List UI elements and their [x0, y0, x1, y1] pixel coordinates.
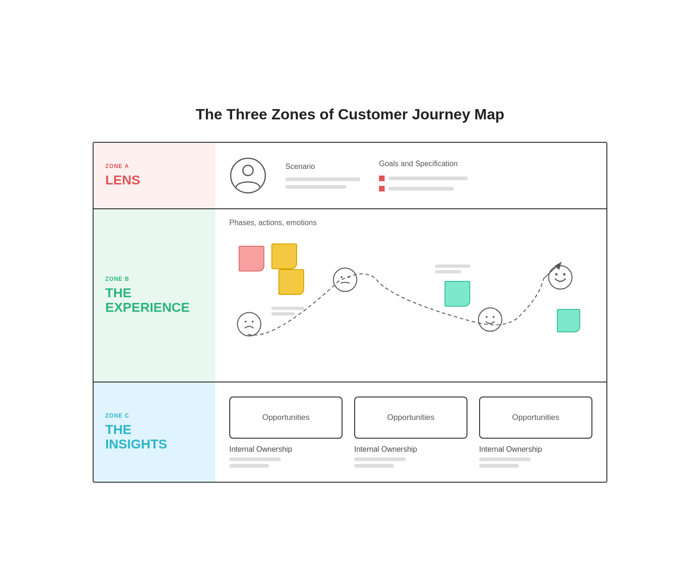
- zone-b-name: THEEXPERIENCE: [105, 286, 204, 315]
- svg-point-1: [243, 165, 253, 176]
- svg-point-3: [238, 312, 261, 336]
- own-lines-3: [479, 457, 592, 468]
- svg-point-10: [486, 316, 488, 318]
- under-line-2: [271, 312, 295, 316]
- face-smile-icon: [477, 307, 503, 332]
- own-line-1a: [229, 457, 281, 461]
- scenario-title: Scenario: [285, 162, 360, 171]
- zone-c-tag: ZONE C: [105, 412, 204, 419]
- zone-c-row: ZONE C THEINSIGHTS Opportunities Interna…: [94, 382, 606, 482]
- svg-point-7: [341, 276, 343, 278]
- under-line-3: [435, 265, 470, 268]
- sticky-teal-2: [557, 309, 580, 332]
- own-line-2a: [354, 457, 406, 461]
- under-lines-1: [271, 307, 304, 316]
- zone-b-content: Phases, actions, emotions: [215, 209, 606, 382]
- person-icon: [229, 157, 267, 194]
- zone-a-row: ZONE A LENS Scenario Goals and: [94, 143, 606, 209]
- sticky-yellow-2: [278, 269, 304, 295]
- ownership-section-3: Internal Ownership: [479, 445, 592, 468]
- opp-label-1: Opportunities: [262, 413, 309, 422]
- svg-point-14: [563, 273, 566, 275]
- own-line-3b: [479, 464, 519, 468]
- red-square-1: [379, 176, 385, 181]
- sticky-teal: [445, 281, 470, 307]
- insight-col-2: Opportunities Internal Ownership: [354, 397, 467, 468]
- ownership-title-1: Internal Ownership: [229, 445, 343, 454]
- zone-c-label: ZONE C THEINSIGHTS: [94, 382, 215, 482]
- insight-col-1: Opportunities Internal Ownership: [229, 397, 343, 468]
- zone-a-content: Scenario Goals and Specification: [215, 143, 606, 208]
- ownership-title-2: Internal Ownership: [354, 445, 467, 454]
- goals-title: Goals and Specification: [379, 160, 468, 168]
- scenario-block: Scenario: [285, 162, 360, 189]
- own-line-2b: [354, 464, 394, 468]
- goals-row-1: [379, 176, 468, 181]
- own-lines-1: [229, 457, 343, 468]
- main-container: The Three Zones of Customer Journey Map …: [93, 106, 607, 483]
- journey-map-diagram: ZONE A LENS Scenario Goals and: [93, 142, 607, 483]
- under-lines-2: [435, 265, 470, 273]
- ownership-title-3: Internal Ownership: [479, 445, 592, 454]
- red-square-2: [379, 186, 385, 191]
- zone-c-name: THEINSIGHTS: [105, 423, 204, 452]
- svg-point-4: [245, 321, 247, 323]
- scenario-line-2: [285, 185, 346, 189]
- goals-row-2: [379, 186, 468, 191]
- zone-a-tag: ZONE A: [105, 163, 204, 169]
- sticky-pink: [239, 246, 264, 272]
- goals-line-1: [388, 176, 468, 180]
- svg-point-8: [348, 276, 350, 278]
- under-line-1: [271, 307, 304, 310]
- svg-point-6: [334, 268, 357, 291]
- zone-a-name: LENS: [105, 173, 204, 188]
- ownership-section-2: Internal Ownership: [354, 445, 467, 468]
- experience-area: [229, 236, 592, 368]
- ownership-section-1: Internal Ownership: [229, 445, 343, 468]
- opp-label-3: Opportunities: [512, 413, 559, 422]
- svg-point-13: [555, 273, 558, 275]
- page-title: The Three Zones of Customer Journey Map: [93, 106, 607, 123]
- own-lines-2: [354, 457, 467, 468]
- opp-box-3: Opportunities: [479, 397, 592, 439]
- goals-line-2: [388, 187, 454, 191]
- own-line-1b: [229, 464, 269, 468]
- goals-block: Goals and Specification: [379, 160, 468, 191]
- phases-title: Phases, actions, emotions: [229, 219, 592, 227]
- svg-point-5: [252, 321, 254, 323]
- own-line-3a: [479, 457, 531, 461]
- under-line-4: [435, 270, 461, 273]
- insight-col-3: Opportunities Internal Ownership: [479, 397, 592, 468]
- zone-c-content: Opportunities Internal Ownership: [215, 382, 606, 482]
- sticky-yellow-1: [271, 243, 297, 269]
- zone-a-label: ZONE A LENS: [94, 143, 215, 208]
- svg-point-11: [493, 316, 495, 318]
- opp-box-1: Opportunities: [229, 397, 343, 439]
- face-sad-icon: [236, 311, 262, 337]
- zone-b-label: ZONE B THEEXPERIENCE: [94, 209, 215, 382]
- zone-b-tag: ZONE B: [105, 276, 204, 282]
- face-happy-icon: [547, 265, 573, 290]
- svg-point-12: [549, 265, 572, 289]
- scenario-line-1: [285, 177, 360, 181]
- zone-b-row: ZONE B THEEXPERIENCE Phases, actions, em…: [94, 209, 606, 382]
- face-neutral-icon: [332, 267, 358, 293]
- svg-point-9: [479, 308, 502, 331]
- opp-label-2: Opportunities: [387, 413, 434, 422]
- insights-columns: Opportunities Internal Ownership: [229, 397, 592, 468]
- opp-box-2: Opportunities: [354, 397, 467, 439]
